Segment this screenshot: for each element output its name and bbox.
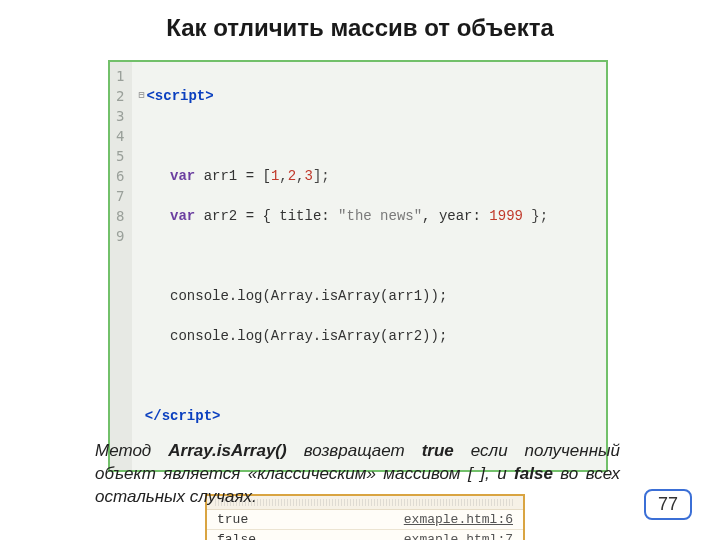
console-value: true [217,512,248,527]
line-number: 9 [116,226,124,246]
line-number: 2 [116,86,124,106]
line-number: 8 [116,206,124,226]
code-token: 1999 [489,208,523,224]
code-token: <script> [146,88,213,104]
line-number: 1 [116,66,124,86]
code-token: arr1 = [ [195,168,271,184]
fold-icon: ⊟ [136,86,146,106]
code-token: , [296,168,304,184]
code-token: , year: [422,208,489,224]
code-token: ]; [313,168,330,184]
code-token: console.log(Array.isArray(arr1)); [170,288,447,304]
console-row: true exmaple.html:6 [207,510,523,530]
para-false: false [514,464,553,483]
explanation-paragraph: Метод Array.isArray() возвращает true ес… [95,439,620,508]
console-row: false exmaple.html:7 [207,530,523,540]
code-token: </script> [145,408,221,424]
line-number: 6 [116,166,124,186]
code-block: 1 2 3 4 5 6 7 8 9 ⊟<script> var arr1 = [… [108,60,608,472]
console-source-link: exmaple.html:6 [404,512,513,527]
slide-title: Как отличить массив от объекта [0,14,720,42]
line-number: 5 [116,146,124,166]
line-number: 4 [116,126,124,146]
para-method: Array.isArray() [168,441,286,460]
para-true: true [422,441,454,460]
page-number-badge: 77 [644,489,692,520]
console-source-link: exmaple.html:7 [404,532,513,540]
code-token: var [170,168,195,184]
line-number: 3 [116,106,124,126]
para-text: возвращает [287,441,422,460]
para-text: Метод [95,441,168,460]
code-token: "the news" [338,208,422,224]
line-number: 7 [116,186,124,206]
code-token: 3 [305,168,313,184]
code-token: var [170,208,195,224]
console-value: false [217,532,256,540]
code-token: , [279,168,287,184]
line-number-gutter: 1 2 3 4 5 6 7 8 9 [110,62,132,470]
code-token: console.log(Array.isArray(arr2)); [170,328,447,344]
code-token: arr2 = { title: [195,208,338,224]
code-content: ⊟<script> var arr1 = [1,2,3]; var arr2 =… [132,62,558,470]
code-token: }; [523,208,548,224]
code-token: 2 [288,168,296,184]
